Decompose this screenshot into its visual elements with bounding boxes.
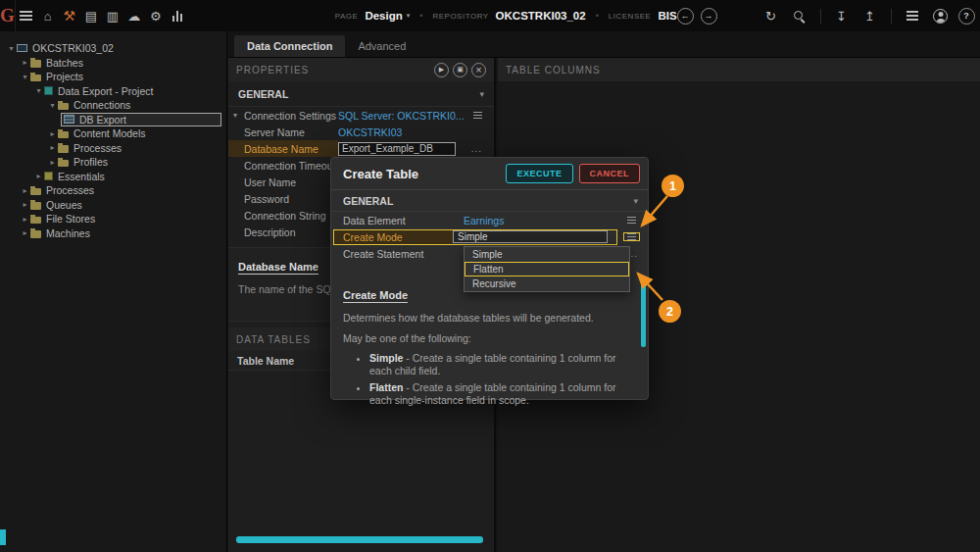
tree-item-processes-root[interactable]: ▸ Processes bbox=[0, 183, 226, 198]
tree-item-label: Essentials bbox=[58, 171, 105, 182]
execute-button[interactable]: EXECUTE bbox=[506, 164, 572, 183]
expand-icon[interactable]: ▸ bbox=[33, 172, 44, 180]
tree-item-label: Batches bbox=[46, 57, 83, 69]
tree-item-projects[interactable]: ▾ Projects bbox=[0, 70, 226, 84]
tree-item-essentials[interactable]: ▸ Essentials bbox=[0, 170, 226, 184]
database-icon bbox=[64, 115, 74, 124]
tree-item-content-models[interactable]: ▸ Content Models bbox=[0, 126, 226, 141]
annotation-step-1: 1 bbox=[662, 175, 684, 197]
download-icon[interactable]: ↧ bbox=[831, 0, 853, 31]
essentials-icon bbox=[44, 172, 53, 180]
tree-item-profiles[interactable]: ▸ Profiles bbox=[0, 155, 226, 170]
expand-icon[interactable]: ▸ bbox=[20, 58, 30, 67]
tree-item-label: Content Models bbox=[74, 127, 146, 139]
help-icon[interactable]: ? bbox=[958, 8, 975, 25]
user-icon[interactable] bbox=[930, 0, 952, 31]
forward-icon[interactable]: → bbox=[701, 8, 717, 25]
close-button[interactable]: × bbox=[471, 63, 486, 77]
repository-label: REPOSITORY bbox=[432, 12, 488, 21]
expand-icon[interactable]: ▸ bbox=[47, 143, 58, 152]
horizontal-scrollbar[interactable] bbox=[236, 536, 483, 543]
property-value[interactable]: SQL Server: OKCSTRKI0... bbox=[338, 110, 465, 122]
tree-item-db-export[interactable]: DB Export bbox=[0, 113, 226, 127]
upload-icon[interactable]: ↥ bbox=[859, 0, 881, 31]
search-icon[interactable] bbox=[789, 0, 810, 31]
save-button[interactable]: ▣ bbox=[453, 63, 467, 77]
row-data-element[interactable]: Data Element Earnings bbox=[331, 212, 648, 228]
chevron-down-icon[interactable]: ▾ bbox=[407, 12, 411, 20]
field-label-selected: Create Mode bbox=[334, 230, 453, 244]
dropdown-option-recursive[interactable]: Recursive bbox=[465, 276, 629, 291]
run-button[interactable]: ▶ bbox=[434, 63, 449, 77]
database-name-input[interactable]: Export_Example_DB bbox=[338, 142, 456, 156]
expand-icon[interactable]: ▸ bbox=[20, 186, 30, 195]
expand-icon[interactable]: ▸ bbox=[20, 228, 30, 237]
ellipsis-button[interactable]: ... bbox=[471, 143, 482, 154]
tree-item-label: Processes bbox=[46, 184, 94, 196]
expand-icon[interactable]: ▸ bbox=[47, 129, 58, 138]
cloud-icon[interactable]: ☁ bbox=[123, 0, 145, 31]
general-section-header[interactable]: GENERAL ▾ bbox=[228, 81, 494, 107]
stack-icon[interactable] bbox=[902, 0, 923, 31]
services-icon[interactable]: ⚙ bbox=[145, 0, 167, 31]
help-desc: - Create a single table containing 1 col… bbox=[369, 381, 616, 406]
app-logo[interactable]: G bbox=[0, 0, 16, 31]
row-menu-icon[interactable] bbox=[627, 236, 636, 238]
tools-icon[interactable]: ⚒ bbox=[59, 0, 80, 31]
expand-icon[interactable]: ▸ bbox=[20, 200, 30, 209]
help-bullet-simple: Simple - Create a single table containin… bbox=[369, 352, 632, 376]
dialog-general-section[interactable]: GENERAL ▾ bbox=[331, 190, 648, 212]
help-term: Flatten bbox=[369, 381, 403, 393]
chevron-down-icon: ▾ bbox=[633, 196, 638, 206]
help-list: Simple - Create a single table containin… bbox=[343, 352, 632, 406]
tree-item-data-export-project[interactable]: ▾ Data Export - Project bbox=[0, 84, 226, 99]
tree-item-queues[interactable]: ▸ Queues bbox=[0, 198, 226, 213]
tree-item-file-stores[interactable]: ▸ File Stores bbox=[0, 212, 226, 226]
page-value[interactable]: Design bbox=[365, 10, 402, 22]
collapse-icon[interactable]: ▾ bbox=[20, 73, 30, 81]
menu-icon[interactable] bbox=[16, 0, 37, 31]
tab-data-connection[interactable]: Data Connection bbox=[234, 35, 345, 57]
tab-advanced[interactable]: Advanced bbox=[345, 35, 418, 57]
tree-item-batches[interactable]: ▸ Batches bbox=[0, 56, 226, 71]
refresh-icon[interactable]: ↻ bbox=[760, 0, 782, 31]
tab-bar: Data Connection Advanced bbox=[228, 31, 980, 58]
tree-item-connections[interactable]: ▾ Connections bbox=[0, 98, 226, 113]
sidebar-scrollbar[interactable] bbox=[0, 529, 6, 545]
row-create-mode[interactable]: Create Mode Simple bbox=[331, 228, 648, 245]
collapse-icon[interactable]: ▾ bbox=[33, 86, 44, 95]
collapse-icon[interactable]: ▾ bbox=[47, 101, 58, 110]
divider bbox=[820, 9, 821, 24]
property-row-database-name[interactable]: Database Name Export_Example_DB... bbox=[228, 140, 494, 157]
create-mode-select[interactable]: Simple bbox=[453, 230, 608, 243]
help-term: Simple bbox=[369, 352, 403, 364]
dialog-scrollbar[interactable] bbox=[641, 277, 646, 347]
back-icon[interactable]: ← bbox=[677, 8, 694, 25]
tree-item-machines[interactable]: ▸ Machines bbox=[0, 226, 226, 241]
collapse-icon[interactable]: ▾ bbox=[6, 44, 17, 53]
tree-item-root[interactable]: ▾ OKCSTRKI03_02 bbox=[0, 41, 226, 56]
person-glyph bbox=[933, 9, 948, 24]
property-row-server-name[interactable]: Server Name OKCSTRKI03 bbox=[228, 124, 494, 140]
home-icon[interactable]: ⌂ bbox=[37, 0, 59, 31]
row-menu-icon[interactable] bbox=[473, 115, 482, 117]
expand-icon[interactable]: ▸ bbox=[20, 215, 30, 224]
package-icon[interactable]: ▥ bbox=[102, 0, 123, 31]
data-element-value[interactable]: Earnings bbox=[464, 215, 627, 226]
tree-item-processes[interactable]: ▸ Processes bbox=[0, 141, 226, 156]
dropdown-option-flatten[interactable]: Flatten bbox=[465, 262, 629, 276]
dropdown-option-simple[interactable]: Simple bbox=[465, 247, 629, 262]
property-value[interactable]: OKCSTRKI03 bbox=[338, 126, 402, 138]
property-row-connection-settings[interactable]: ▾Connection Settings SQL Server: OKCSTRK… bbox=[228, 107, 494, 124]
property-label: Server Name bbox=[228, 124, 338, 140]
archive-icon[interactable]: ▤ bbox=[80, 0, 102, 31]
tree-item-label: File Stores bbox=[46, 213, 95, 225]
row-menu-icon[interactable] bbox=[627, 220, 636, 222]
folder-icon bbox=[30, 75, 41, 82]
reports-icon[interactable] bbox=[167, 0, 188, 31]
cancel-button[interactable]: CANCEL bbox=[579, 164, 641, 183]
repository-icon bbox=[17, 44, 27, 52]
expand-icon[interactable]: ▸ bbox=[47, 158, 58, 167]
context-info: PAGE Design ▾ • REPOSITORY OKCSTRKI03_02… bbox=[335, 10, 677, 22]
help-desc: - Create a single table containing 1 col… bbox=[369, 352, 616, 376]
